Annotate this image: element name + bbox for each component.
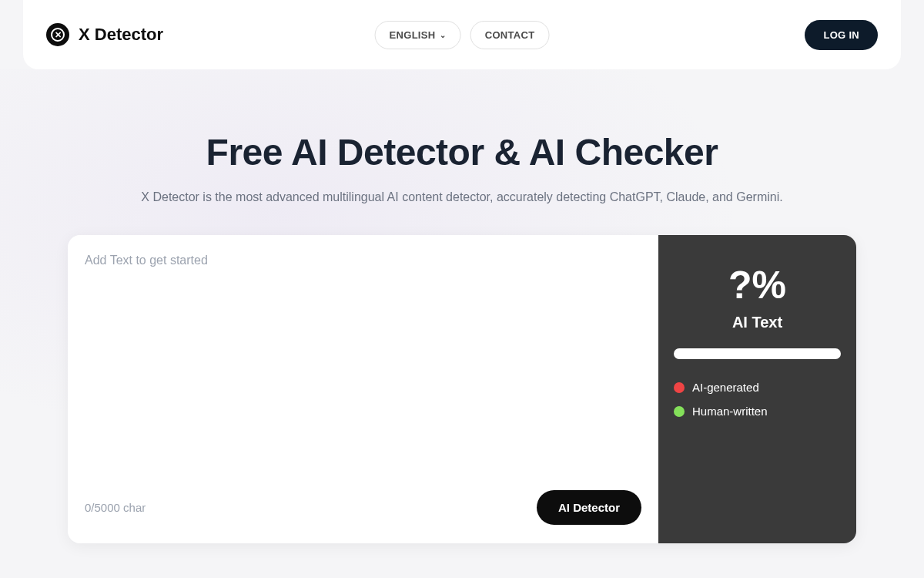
- legend-item-human: Human-written: [674, 405, 841, 418]
- logo-text: X Detector: [79, 25, 163, 45]
- page-subtitle: X Detector is the most advanced multilin…: [0, 190, 924, 204]
- char-count: 0/5000 char: [85, 501, 146, 514]
- contact-button[interactable]: CONTACT: [470, 21, 550, 49]
- legend-ai-label: AI-generated: [692, 381, 759, 394]
- logo-icon: ✕: [46, 23, 69, 46]
- detect-button[interactable]: AI Detector: [537, 490, 641, 525]
- header: ✕ X Detector ENGLISH ⌄ CONTACT LOG IN: [23, 0, 901, 69]
- detector-box: 0/5000 char AI Detector ?% AI Text AI-ge…: [68, 235, 856, 543]
- legend-human-label: Human-written: [692, 405, 768, 418]
- login-button[interactable]: LOG IN: [805, 20, 878, 50]
- result-label: AI Text: [674, 314, 841, 331]
- chevron-down-icon: ⌄: [440, 31, 446, 39]
- page-title: Free AI Detector & AI Checker: [0, 131, 924, 173]
- input-panel: 0/5000 char AI Detector: [68, 235, 658, 543]
- progress-bar: [674, 348, 841, 359]
- legend: AI-generated Human-written: [674, 381, 841, 418]
- main-content: Free AI Detector & AI Checker X Detector…: [0, 69, 924, 543]
- result-panel: ?% AI Text AI-generated Human-written: [658, 235, 856, 543]
- legend-item-ai: AI-generated: [674, 381, 841, 394]
- logo[interactable]: ✕ X Detector: [46, 23, 163, 46]
- language-label: ENGLISH: [390, 29, 436, 41]
- language-selector[interactable]: ENGLISH ⌄: [375, 21, 461, 49]
- nav-center: ENGLISH ⌄ CONTACT: [375, 21, 550, 49]
- input-footer: 0/5000 char AI Detector: [85, 490, 641, 525]
- dot-red-icon: [674, 382, 685, 393]
- dot-green-icon: [674, 406, 685, 417]
- text-input[interactable]: [85, 254, 641, 481]
- result-percentage: ?%: [674, 266, 841, 304]
- contact-label: CONTACT: [485, 29, 535, 41]
